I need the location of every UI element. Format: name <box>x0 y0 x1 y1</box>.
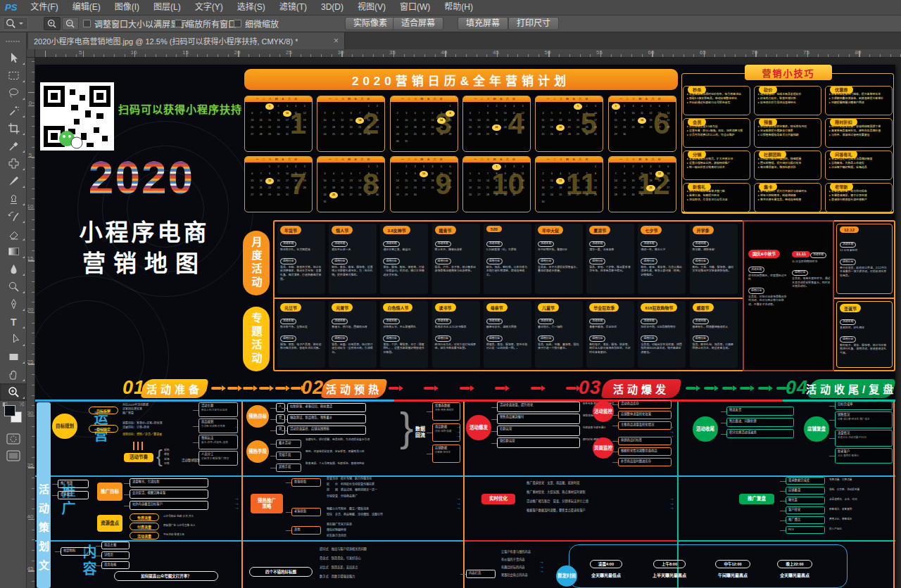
eyedropper-tool[interactable] <box>0 137 27 155</box>
calendar-weekday-header: 一二三四五六日 <box>536 157 603 162</box>
horizontal-ruler[interactable]: 5101520253035404550556065707580 <box>35 49 901 58</box>
activity-title: 520 <box>486 226 502 232</box>
healing-brush-tool[interactable] <box>0 155 27 172</box>
calendar-day: 20 <box>466 124 474 131</box>
magic-wand-tool[interactable] <box>0 102 27 120</box>
calendar-day: 24 <box>638 185 646 191</box>
zoom-tool[interactable] <box>0 383 27 401</box>
item-label: 预售商品尾款催付 <box>500 415 524 418</box>
calendar-day: 1 <box>265 164 274 170</box>
flow-arrows-icon: →→→ <box>234 497 239 511</box>
rectangular-marquee-tool[interactable] <box>0 67 27 84</box>
activity-title: 618狂欢购物节 <box>641 303 677 312</box>
history-brush-tool[interactable] <box>0 207 27 225</box>
text-line: 朋友圈广告·公众号互推·达人 <box>163 524 237 528</box>
pen-tool[interactable] <box>0 295 27 313</box>
menu-item[interactable]: 帮助(H) <box>437 0 480 15</box>
tip-label: 砍价 <box>759 86 777 94</box>
move-tool[interactable] <box>0 49 27 67</box>
document-tab[interactable]: 2020小程序电商营销地图.jpg @ 12.5% (扫码可以获得小程序扶持, … <box>28 32 345 49</box>
current-tool-icon[interactable] <box>3 17 28 30</box>
option-checkbox[interactable]: 调整窗口大小以满屏显示 <box>83 18 187 30</box>
diagram-text: 各渠道曝光、点击、访问 <box>829 498 893 502</box>
option-button[interactable]: 填充屏幕 <box>458 17 508 30</box>
calendar-day-blank <box>582 164 591 170</box>
lasso-tool[interactable] <box>0 84 27 102</box>
option-button[interactable]: 打印尺寸 <box>508 17 559 30</box>
industry-label: 适用行业 <box>792 270 808 276</box>
type-tool[interactable]: T <box>0 313 27 331</box>
text-line: 推广渠道优化 文案、商品图、投放时段 <box>527 478 670 487</box>
calendar-day: 13 <box>248 117 256 124</box>
menu-item[interactable]: 视图(V) <box>351 0 393 15</box>
menu-item[interactable]: 3D(D) <box>314 0 351 15</box>
diagram-item: 渠道盘点 <box>58 491 89 499</box>
calendar-day: 26 <box>420 132 428 138</box>
checkbox-icon[interactable] <box>175 20 182 27</box>
ruler-number: 30 <box>27 411 34 416</box>
clone-stamp-tool[interactable] <box>0 190 27 207</box>
menu-item[interactable]: 图层(L) <box>146 0 188 15</box>
rectangle-tool[interactable] <box>0 348 27 366</box>
zoom-in-button[interactable] <box>44 17 61 30</box>
calendar-day: 4 <box>329 110 338 117</box>
calendar-day: 18 <box>518 178 527 184</box>
quick-mask-button[interactable] <box>0 430 27 447</box>
option-button[interactable]: 适合屏幕 <box>393 17 443 30</box>
menu-item[interactable]: 选择(S) <box>230 0 272 15</box>
diagram-text: 午间曝光最高点 <box>705 573 760 579</box>
calendar-day: 19 <box>548 124 556 131</box>
diagram-item: 流量曝光、引流拉新 <box>130 478 208 487</box>
industry-text: 食品、户外、亲子等，结合春季出游场景推出便携装与出游套装。 <box>435 265 477 273</box>
diagram-item: 优惠券数据领券·用券·核销率 <box>432 402 460 421</box>
color-swatches[interactable]: ◧ ⤨ <box>0 401 26 430</box>
gradient-tool[interactable] <box>0 243 27 260</box>
grid-separator <box>394 400 783 402</box>
checkbox-icon[interactable] <box>83 20 91 27</box>
menu-item[interactable]: 文件(F) <box>23 0 65 15</box>
calendar-day: 29 <box>492 192 500 198</box>
close-tab-icon[interactable]: × <box>334 36 339 46</box>
calendar-day-blank <box>484 164 492 170</box>
menu-item[interactable]: 窗口(W) <box>393 0 437 15</box>
industry-text: 服饰、家居、电子产品等，跨年迎新可囤货添新，营造生活仪式感。 <box>280 343 322 350</box>
menu-item[interactable]: 滤镜(T) <box>272 0 314 15</box>
tip-label: 优惠券 <box>830 86 853 94</box>
calendar-day: 27 <box>428 132 436 138</box>
option-checkbox[interactable]: 细微缩放 <box>234 18 279 30</box>
item-label: 其他手段 <box>279 465 291 468</box>
vertical-ruler[interactable]: 051015202530354045 <box>27 58 35 588</box>
screen-mode-button[interactable] <box>0 447 27 464</box>
dodge-tool[interactable] <box>0 278 27 295</box>
item-label: 活动商品库存 <box>621 402 639 405</box>
industry-text: 数码、文具、书籍、服饰等，面向学生党推出开学装备焕新指南。 <box>693 265 735 273</box>
checkbox-icon[interactable] <box>234 20 241 27</box>
menu-item[interactable]: 编辑(E) <box>65 0 108 15</box>
option-button[interactable]: 实际像素 <box>345 17 396 30</box>
calendar-day-grid: 1234567891011121314151617181920212223242… <box>463 162 530 200</box>
item-label: 物流发货 <box>729 408 741 411</box>
panel-grip-icon[interactable]: ▪▪▪▪▪▪ <box>0 32 26 49</box>
calendar-month-card: 一二三四五六日112345678910111213141516171819202… <box>244 96 313 152</box>
option-checkbox[interactable]: 缩放所有窗口 <box>175 18 237 30</box>
calendar-day: 13 <box>655 110 664 117</box>
document-canvas[interactable]: 扫码可以获得小程序扶持 2020 小程序电商 营销地图 2020营销日历&全年营… <box>35 58 901 588</box>
blur-tool[interactable] <box>0 260 27 278</box>
zoom-out-button[interactable] <box>62 17 79 30</box>
calendar-day: 11 <box>638 110 646 117</box>
theme-label: 活动主题 <box>810 253 826 259</box>
calendar-day: 16 <box>373 178 382 184</box>
menu-item[interactable]: 图像(I) <box>108 0 146 15</box>
hand-tool[interactable] <box>0 366 27 383</box>
industry-text: 食品、玩具、书籍、童装等，围绕孩子打造一个快乐童年。 <box>538 343 580 350</box>
swap-colors-icon[interactable]: ⤨ <box>20 401 24 408</box>
brush-tool[interactable] <box>0 172 27 190</box>
foreground-color-swatch[interactable] <box>4 405 15 416</box>
calendar-day-blank <box>428 103 436 110</box>
item-label: 店铺蓄量 <box>788 488 800 492</box>
text-line: 裂变活动 砍价专辑、助力传播活动 <box>327 476 456 482</box>
eraser-tool[interactable] <box>0 225 27 243</box>
menu-item[interactable]: 文字(Y) <box>188 0 230 15</box>
path-selection-tool[interactable] <box>0 331 27 348</box>
crop-tool[interactable] <box>0 120 27 137</box>
